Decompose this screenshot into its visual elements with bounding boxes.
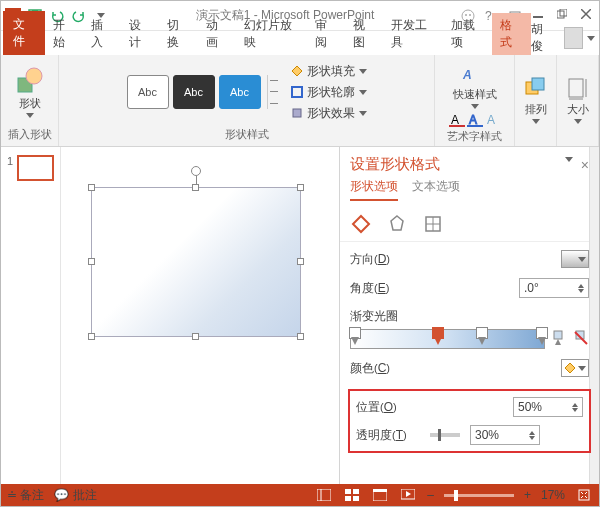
pane-tab-text[interactable]: 文本选项 — [412, 178, 460, 201]
group-insert-shapes: 插入形状 — [8, 125, 52, 142]
shapes-button[interactable]: 形状 — [12, 64, 48, 120]
tab-format[interactable]: 格式 — [492, 13, 530, 55]
svg-rect-25 — [569, 79, 583, 97]
style-preset-3[interactable]: Abc — [219, 75, 261, 109]
svg-text:A: A — [462, 68, 472, 82]
ribbon-tabs: 文件 开始 插入 设计 切换 动画 幻灯片放映 审阅 视图 开发工具 加载项 格… — [1, 31, 599, 55]
svg-text:A: A — [451, 113, 459, 127]
svg-rect-36 — [345, 489, 351, 494]
text-outline-icon[interactable]: A — [467, 113, 483, 127]
status-bar: ≐ 备注 💬 批注 – + 17% — [1, 484, 599, 506]
style-preset-1[interactable]: Abc — [127, 75, 169, 109]
tab-developer[interactable]: 开发工具 — [383, 13, 443, 55]
zoom-level[interactable]: 17% — [541, 488, 565, 502]
svg-rect-34 — [317, 489, 331, 501]
transparency-slider[interactable] — [430, 433, 460, 437]
svg-rect-43 — [579, 490, 589, 500]
fit-window-icon[interactable] — [575, 488, 593, 502]
tab-insert[interactable]: 插入 — [83, 13, 121, 55]
user-name[interactable]: 胡俊 — [531, 21, 552, 55]
slide-thumb-1[interactable]: 1 — [7, 155, 54, 181]
svg-rect-38 — [345, 496, 351, 501]
resize-handle[interactable] — [88, 258, 95, 265]
add-stop-icon[interactable] — [551, 329, 567, 349]
position-spinner[interactable]: 50% — [513, 397, 583, 417]
view-reading-icon[interactable] — [371, 488, 389, 502]
style-preset-2[interactable]: Abc — [173, 75, 215, 109]
fill-category-icon[interactable] — [350, 213, 372, 235]
direction-combo[interactable] — [561, 250, 589, 268]
angle-label: 角度(E) — [350, 280, 414, 297]
selected-shape[interactable] — [91, 187, 301, 337]
text-fill-icon[interactable]: A — [449, 113, 465, 127]
effects-category-icon[interactable] — [386, 213, 408, 235]
size-category-icon[interactable] — [422, 213, 444, 235]
tab-review[interactable]: 审阅 — [307, 13, 345, 55]
pane-close-icon[interactable]: × — [581, 157, 589, 173]
color-combo[interactable] — [561, 359, 589, 377]
color-label: 颜色(C) — [350, 360, 414, 377]
pane-menu-icon[interactable] — [565, 157, 573, 162]
resize-handle[interactable] — [88, 184, 95, 191]
gradient-stops[interactable] — [350, 329, 545, 349]
avatar[interactable] — [564, 27, 583, 49]
text-effects-icon[interactable]: A — [485, 113, 501, 127]
shape-outline-button[interactable]: 形状轮廓 — [291, 84, 367, 101]
thumbnail-pane: 1 — [1, 147, 61, 484]
pane-title: 设置形状格式 — [350, 155, 440, 174]
svg-text:A: A — [487, 113, 495, 127]
view-sorter-icon[interactable] — [343, 488, 361, 502]
rotate-handle[interactable] — [191, 166, 201, 176]
notes-button[interactable]: ≐ 备注 — [7, 487, 44, 504]
shape-effects-button[interactable]: 形状效果 — [291, 105, 367, 122]
resize-handle[interactable] — [297, 333, 304, 340]
transparency-spinner[interactable]: 30% — [470, 425, 540, 445]
direction-label: 方向(D) — [350, 251, 414, 268]
comments-button[interactable]: 💬 批注 — [54, 487, 96, 504]
svg-rect-41 — [373, 489, 387, 492]
svg-rect-37 — [353, 489, 359, 494]
gallery-more-icon[interactable] — [267, 75, 281, 109]
remove-stop-icon[interactable] — [573, 329, 589, 349]
arrange-button[interactable]: 排列 — [519, 74, 553, 126]
svg-rect-39 — [353, 496, 359, 501]
tab-view[interactable]: 视图 — [345, 13, 383, 55]
size-button[interactable]: 大小 — [561, 74, 595, 126]
shape-fill-button[interactable]: 形状填充 — [291, 63, 367, 80]
tab-file[interactable]: 文件 — [3, 11, 45, 55]
resize-handle[interactable] — [192, 333, 199, 340]
group-wordart: 艺术字样式 — [447, 127, 502, 144]
view-slideshow-icon[interactable] — [399, 488, 417, 502]
svg-rect-24 — [532, 78, 544, 90]
svg-text:A: A — [469, 113, 477, 127]
group-shape-styles: 形状样式 — [225, 125, 269, 142]
highlighted-section: 位置(O) 50% 透明度(T) 30% — [348, 389, 591, 453]
position-label: 位置(O) — [356, 399, 420, 416]
slide-canvas[interactable] — [61, 147, 339, 484]
tab-design[interactable]: 设计 — [121, 13, 159, 55]
transparency-label: 透明度(T) — [356, 427, 420, 444]
resize-handle[interactable] — [297, 184, 304, 191]
svg-rect-16 — [293, 109, 301, 117]
pane-tab-shape[interactable]: 形状选项 — [350, 178, 398, 201]
tab-transitions[interactable]: 切换 — [159, 13, 197, 55]
svg-point-14 — [26, 68, 42, 84]
resize-handle[interactable] — [88, 333, 95, 340]
zoom-slider[interactable] — [444, 494, 514, 497]
user-menu-icon[interactable] — [587, 36, 595, 41]
tab-slideshow[interactable]: 幻灯片放映 — [236, 13, 307, 55]
angle-spinner[interactable]: .0° — [519, 278, 589, 298]
resize-handle[interactable] — [192, 184, 199, 191]
zoom-out-icon[interactable]: – — [427, 488, 434, 502]
svg-rect-15 — [292, 87, 302, 97]
ribbon: 形状 插入形状 Abc Abc Abc 形状填充 形状轮廓 形状效果 形状样式 … — [1, 55, 599, 147]
quickstyles-button[interactable]: A 快速样式 — [449, 59, 501, 111]
view-normal-icon[interactable] — [315, 488, 333, 502]
tab-addins[interactable]: 加载项 — [443, 13, 492, 55]
zoom-in-icon[interactable]: + — [524, 488, 531, 502]
format-shape-pane: 设置形状格式 × 形状选项 文本选项 方向(D) 角度(E) .0° — [339, 147, 599, 484]
svg-rect-31 — [554, 331, 562, 339]
resize-handle[interactable] — [297, 258, 304, 265]
tab-home[interactable]: 开始 — [45, 13, 83, 55]
tab-animations[interactable]: 动画 — [198, 13, 236, 55]
